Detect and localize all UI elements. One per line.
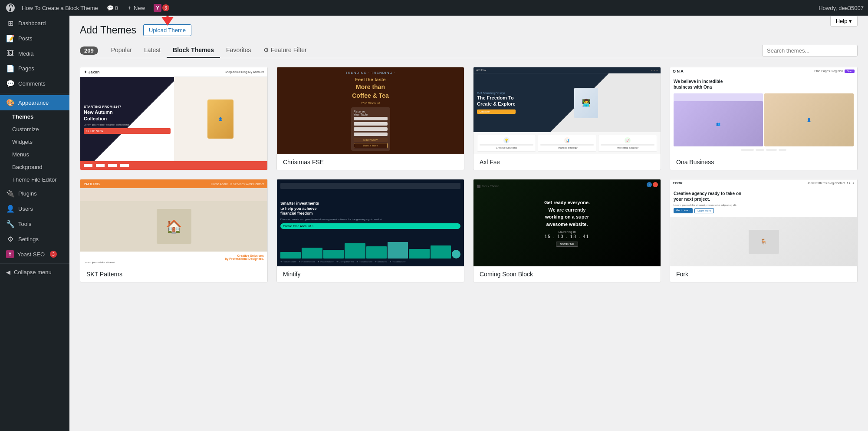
- sidebar-sub-item-background[interactable]: Background: [0, 161, 69, 173]
- users-icon: 👤: [6, 205, 15, 213]
- sidebar-item-label: Users: [18, 206, 33, 212]
- tab-count-badge[interactable]: 209: [80, 46, 98, 55]
- sidebar: ⊞ Dashboard 📝 Posts 🖼 Media 📄 Pages 💬 Co…: [0, 16, 69, 431]
- theme-thumbnail-ona-business: O N A Plan Pages Blog Nav Start We belie…: [670, 67, 857, 154]
- theme-name-axl-fse: Axl Fse: [473, 154, 661, 170]
- tab-block-themes[interactable]: Block Themes: [167, 43, 220, 58]
- sidebar-item-plugins[interactable]: 🔌 Plugins: [0, 186, 69, 201]
- help-label: Help ▾: [836, 18, 852, 24]
- theme-card-ona-business[interactable]: O N A Plan Pages Blog Nav Start We belie…: [670, 67, 858, 170]
- sidebar-item-label: Tools: [18, 221, 31, 227]
- tools-icon: 🔧: [6, 220, 15, 228]
- theme-name-coming-soon-block: Coming Soon Block: [473, 266, 661, 282]
- sidebar-item-pages[interactable]: 📄 Pages: [0, 61, 69, 76]
- tab-favorites[interactable]: Favorites: [220, 43, 257, 58]
- sidebar-item-posts[interactable]: 📝 Posts: [0, 31, 69, 46]
- theme-thumbnail-skt-patterns: PATTERNS Home About Us Services Work Con…: [80, 179, 267, 266]
- wp-logo-icon[interactable]: [4, 2, 16, 14]
- howdy-text: Howdy, dee35007: [819, 5, 864, 11]
- dashboard-icon: ⊞: [6, 19, 15, 27]
- sidebar-sub-item-theme-file-editor[interactable]: Theme File Editor: [0, 173, 69, 186]
- yoast-sidebar-label: Yoast SEO: [17, 251, 45, 258]
- sidebar-divider-2: [0, 263, 69, 264]
- comments-button[interactable]: 💬 0: [103, 5, 122, 11]
- theme-name-christmas-fse: Christmas FSE: [277, 154, 464, 170]
- theme-card-jaxon[interactable]: ✦ Jaxon Shop About Blog My Account START…: [80, 67, 268, 170]
- sidebar-item-media[interactable]: 🖼 Media: [0, 46, 69, 61]
- tabs-row: 209 Popular Latest Block Themes Favorite…: [80, 43, 858, 58]
- tab-popular[interactable]: Popular: [105, 43, 138, 58]
- sidebar-item-label: Pages: [18, 65, 34, 72]
- collapse-icon: ◀: [6, 269, 10, 275]
- topbar: How To Create a Block Theme 💬 0 ＋ New Y …: [0, 0, 868, 16]
- upload-theme-button[interactable]: Upload Theme: [143, 24, 191, 36]
- theme-name-skt-patterns: SKT Patterns: [80, 266, 267, 282]
- comment-icon: 💬: [107, 5, 114, 11]
- page-title: Add Themes: [80, 24, 136, 36]
- main-content: Help ▾ Add Themes Upload Theme 209 Popul…: [69, 16, 868, 431]
- comment-count: 0: [115, 5, 118, 11]
- yoast-topbar-badge: 3: [162, 4, 169, 11]
- theme-card-skt-patterns[interactable]: PATTERNS Home About Us Services Work Con…: [80, 179, 268, 282]
- layout: ⊞ Dashboard 📝 Posts 🖼 Media 📄 Pages 💬 Co…: [0, 16, 868, 431]
- appearance-icon: 🎨: [6, 99, 15, 107]
- sidebar-item-label: Appearance: [18, 99, 49, 106]
- yoast-topbar-button[interactable]: Y 3: [150, 4, 173, 12]
- collapse-menu-button[interactable]: ◀ Collapse menu: [0, 265, 69, 279]
- sidebar-item-dashboard[interactable]: ⊞ Dashboard: [0, 16, 69, 31]
- theme-thumbnail-mintify: Smarter investmentsto help you achievefi…: [277, 179, 464, 266]
- comments-icon: 💬: [6, 80, 15, 88]
- sidebar-item-users[interactable]: 👤 Users: [0, 201, 69, 216]
- pages-icon: 📄: [6, 64, 15, 73]
- sidebar-item-comments[interactable]: 💬 Comments: [0, 76, 69, 91]
- sidebar-sub-item-themes[interactable]: Themes: [0, 110, 69, 123]
- yoast-icon: Y: [154, 4, 161, 12]
- theme-thumbnail-axl-fse: Axl Fox ● ● ● Get Standing Design The Fr…: [473, 67, 661, 154]
- theme-thumbnail-coming-soon-block: i ⬛ Block Theme Get ready everyone.We ar…: [473, 179, 661, 266]
- page-header: Add Themes Upload Theme: [80, 24, 858, 36]
- theme-card-mintify[interactable]: Smarter investmentsto help you achievefi…: [276, 179, 464, 282]
- site-name[interactable]: How To Create a Block Theme: [18, 5, 102, 11]
- sidebar-item-label: Comments: [18, 80, 46, 87]
- help-button[interactable]: Help ▾: [830, 16, 858, 27]
- sidebar-item-label: Posts: [18, 35, 33, 42]
- sidebar-item-yoast[interactable]: Y Yoast SEO 3: [0, 247, 69, 262]
- theme-card-christmas-fse[interactable]: TRENDING · TRENDING · Feel the tasteMore…: [276, 67, 464, 170]
- theme-name-mintify: Mintify: [277, 266, 464, 282]
- theme-thumbnail-jaxon: ✦ Jaxon Shop About Blog My Account START…: [80, 67, 267, 170]
- sidebar-item-label: Plugins: [18, 190, 37, 197]
- theme-name-fork: Fork: [670, 266, 857, 282]
- search-themes-input[interactable]: [762, 45, 858, 56]
- yoast-sidebar-badge: 3: [50, 251, 57, 258]
- theme-card-coming-soon-block[interactable]: i ⬛ Block Theme Get ready everyone.We ar…: [473, 179, 661, 282]
- sidebar-item-appearance[interactable]: 🎨 Appearance: [0, 95, 69, 110]
- themes-grid: ✦ Jaxon Shop About Blog My Account START…: [80, 67, 858, 282]
- new-button[interactable]: ＋ New: [123, 4, 148, 12]
- posts-icon: 📝: [6, 34, 15, 43]
- theme-thumbnail-christmas-fse: TRENDING · TRENDING · Feel the tasteMore…: [277, 67, 464, 154]
- sidebar-sub-item-customize[interactable]: Customize: [0, 123, 69, 136]
- theme-name-jaxon: Jaxon: [80, 170, 267, 170]
- sidebar-sub-item-widgets[interactable]: Widgets: [0, 136, 69, 148]
- tab-latest[interactable]: Latest: [138, 43, 167, 58]
- sidebar-divider: [0, 93, 69, 93]
- sidebar-item-tools[interactable]: 🔧 Tools: [0, 216, 69, 232]
- theme-card-fork[interactable]: FORK Home Patterns Blog Contact f ✦ ✦ Cr…: [670, 179, 858, 282]
- yoast-sidebar-icon: Y: [6, 250, 14, 258]
- collapse-label: Collapse menu: [14, 269, 52, 275]
- media-icon: 🖼: [6, 50, 15, 57]
- sidebar-item-label: Media: [18, 50, 33, 57]
- theme-thumbnail-fork: FORK Home Patterns Blog Contact f ✦ ✦ Cr…: [670, 179, 857, 266]
- sidebar-item-settings[interactable]: ⚙ Settings: [0, 232, 69, 247]
- settings-icon: ⚙: [6, 235, 15, 243]
- plugins-icon: 🔌: [6, 189, 15, 198]
- theme-name-ona-business: Ona Business: [670, 154, 857, 170]
- gear-icon: ⚙: [263, 46, 269, 53]
- sidebar-sub-item-menus[interactable]: Menus: [0, 148, 69, 161]
- new-label: New: [134, 5, 145, 11]
- sidebar-item-label: Dashboard: [18, 20, 46, 27]
- theme-card-axl-fse[interactable]: Axl Fox ● ● ● Get Standing Design The Fr…: [473, 67, 661, 170]
- tab-feature-filter[interactable]: ⚙ Feature Filter: [257, 43, 313, 58]
- sidebar-item-label: Settings: [18, 236, 39, 242]
- plus-icon: ＋: [127, 4, 132, 12]
